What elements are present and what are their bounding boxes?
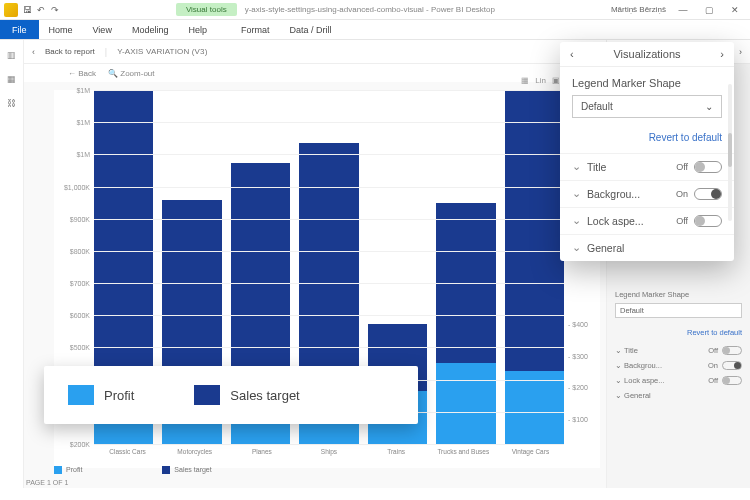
section-background[interactable]: ⌄Backgrou... On — [560, 180, 734, 207]
data-view-icon[interactable]: ▦ — [5, 72, 19, 86]
bar-vintage-cars[interactable] — [505, 90, 564, 444]
sales-swatch — [194, 385, 220, 405]
save-icon[interactable]: 🖫 — [22, 5, 32, 15]
redo-icon[interactable]: ↷ — [50, 5, 60, 15]
sales-label: Sales target — [230, 388, 299, 403]
revert-link-bg[interactable]: Revert to default — [615, 324, 742, 343]
visual-title: Y-AXIS VARIATION (V3) — [117, 47, 207, 56]
lock-aspect-toggle[interactable] — [722, 376, 742, 385]
chevron-down-icon: ⌄ — [705, 101, 713, 112]
section-lock-aspect[interactable]: ⌄Lock aspe... Off — [560, 207, 734, 234]
visualizations-overlay: ‹ Visualizations › Legend Marker Shape D… — [560, 42, 734, 261]
view-rail: ▥ ▦ ⛓ — [0, 40, 24, 488]
section-title[interactable]: ⌄Title Off — [560, 153, 734, 180]
document-title: y-axis-style-settings-using-advanced-com… — [245, 5, 495, 14]
visual-tools-tab[interactable]: Visual tools — [176, 3, 237, 16]
legend-marker-shape-select[interactable]: Default ⌄ — [572, 95, 722, 118]
menu-format[interactable]: Format — [231, 20, 280, 39]
minimize-icon[interactable]: — — [674, 5, 692, 15]
file-menu[interactable]: File — [0, 20, 39, 39]
chart-back-button[interactable]: ← Back — [68, 69, 96, 78]
title-bar: 🖫 ↶ ↷ Visual tools y-axis-style-settings… — [0, 0, 750, 20]
menu-help[interactable]: Help — [178, 20, 217, 39]
overlay-expand-icon[interactable]: › — [720, 48, 724, 60]
app-icon — [4, 3, 18, 17]
menu-bar: File Home View Modeling Help Format Data… — [0, 20, 750, 40]
report-view-icon[interactable]: ▥ — [5, 48, 19, 62]
zoom-out-button[interactable]: 🔍 Zoom-out — [108, 69, 154, 78]
maximize-icon[interactable]: ▢ — [700, 5, 718, 15]
menu-home[interactable]: Home — [39, 20, 83, 39]
background-toggle[interactable] — [722, 361, 742, 370]
expand-icon[interactable]: ▣ — [552, 76, 560, 85]
lock-aspect-toggle-overlay[interactable] — [694, 215, 722, 227]
quick-access: 🖫 ↶ ↷ — [0, 3, 60, 17]
format-select-bg[interactable]: Default — [615, 303, 742, 318]
expand-pane-icon[interactable]: › — [739, 47, 742, 57]
user-name[interactable]: Mārtiņš Bērziņš — [611, 5, 666, 14]
chevron-left-icon[interactable]: ‹ — [32, 47, 35, 57]
legend-marker-shape-label: Legend Marker Shape — [572, 77, 722, 89]
profit-swatch — [68, 385, 94, 405]
undo-icon[interactable]: ↶ — [36, 5, 46, 15]
section-general[interactable]: ⌄General — [560, 234, 734, 261]
legend-small: Profit Sales target — [54, 466, 212, 474]
format-label: Legend Marker Shape — [615, 290, 742, 299]
revert-to-default-link[interactable]: Revert to default — [560, 122, 734, 153]
canvas-header: ‹ Back to report | Y-AXIS VARIATION (V3)… — [24, 40, 606, 64]
menu-modeling[interactable]: Modeling — [122, 20, 179, 39]
x-axis-labels: Classic CarsMotorcyclesPlanesShipsTrains… — [94, 446, 564, 468]
model-view-icon[interactable]: ⛓ — [5, 96, 19, 110]
overlay-scrollbar[interactable] — [728, 84, 732, 221]
menu-view[interactable]: View — [83, 20, 122, 39]
background-toggle-overlay[interactable] — [694, 188, 722, 200]
chart-toolbar: ← Back 🔍 Zoom-out — [24, 64, 606, 82]
lin-button[interactable]: Lin — [535, 76, 546, 85]
overlay-collapse-icon[interactable]: ‹ — [570, 48, 574, 60]
close-icon[interactable]: ✕ — [726, 5, 744, 15]
bar-trucks-and-buses[interactable] — [436, 90, 495, 444]
legend-callout: Profit Sales target — [44, 366, 418, 424]
overlay-header: Visualizations — [613, 48, 680, 60]
profit-label: Profit — [104, 388, 134, 403]
grid-icon[interactable]: ▦ — [521, 76, 529, 85]
menu-data-drill[interactable]: Data / Drill — [279, 20, 341, 39]
title-toggle[interactable] — [722, 346, 742, 355]
back-to-report-link[interactable]: Back to report — [45, 47, 95, 56]
title-toggle-overlay[interactable] — [694, 161, 722, 173]
page-indicator: PAGE 1 OF 1 — [26, 479, 68, 486]
